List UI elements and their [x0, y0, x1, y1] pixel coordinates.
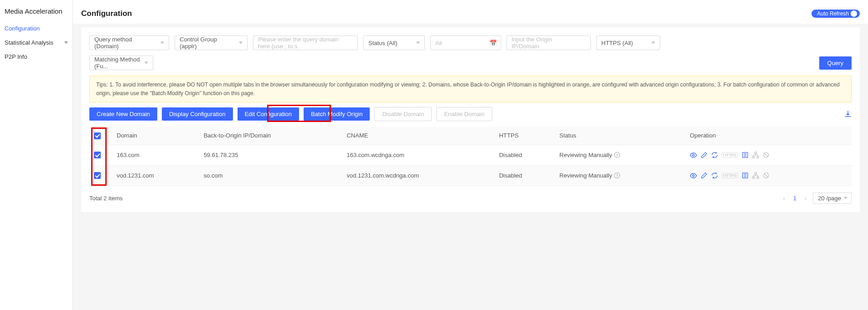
cell-status: Reviewing Manually?: [555, 145, 685, 165]
table-row: 163.com 59.61.78.235 163.com.wcdnga.com …: [89, 145, 852, 165]
svg-rect-2: [754, 152, 756, 154]
https-badge[interactable]: HTTPS: [722, 152, 738, 158]
auto-refresh-label: Auto Refresh: [817, 10, 849, 17]
refresh-icon[interactable]: [711, 172, 718, 179]
tree-icon[interactable]: [752, 152, 759, 158]
select-label: Matching Method (Fu...: [94, 56, 140, 70]
query-method-select[interactable]: Query method (Domain): [89, 36, 169, 50]
page-title: Configuration: [81, 9, 132, 18]
display-configuration-button[interactable]: Display Configuration: [162, 107, 233, 121]
page-number[interactable]: 1: [791, 195, 798, 202]
block-icon[interactable]: [763, 152, 770, 158]
sidebar-title: Media Acceleration: [0, 5, 72, 21]
calendar-icon: 📅: [490, 40, 497, 46]
edit-icon[interactable]: [701, 152, 708, 158]
cell-back-origin: 59.61.78.235: [199, 145, 342, 165]
prev-page-button[interactable]: ‹: [781, 195, 786, 202]
sidebar: Media Acceleration Configuration Statist…: [0, 0, 73, 310]
select-label: Query method (Domain): [94, 36, 156, 50]
cell-back-origin: so.com: [199, 165, 342, 186]
input-placeholder: All: [435, 40, 442, 46]
cell-cname: 163.com.wcdnga.com: [342, 145, 494, 165]
cell-operation: HTTPS: [685, 145, 852, 165]
cell-cname: vod.1231.com.wcdnga.com: [342, 165, 494, 186]
sidebar-item-label: P2P Info: [5, 53, 27, 60]
date-input[interactable]: All📅: [430, 36, 501, 50]
sidebar-item-p2p-info[interactable]: P2P Info: [0, 50, 72, 64]
row-checkbox[interactable]: [94, 152, 101, 158]
filter-panel: Query method (Domain) Control Group (app…: [81, 27, 860, 212]
svg-point-6: [692, 175, 694, 177]
status-text: Reviewing Manually: [559, 152, 612, 158]
svg-rect-10: [757, 177, 759, 179]
col-domain: Domain: [112, 127, 199, 145]
svg-rect-3: [753, 157, 754, 158]
edit-configuration-button[interactable]: Edit Configuration: [238, 107, 299, 121]
block-icon[interactable]: [763, 172, 770, 179]
origin-input[interactable]: Input the Origin IP/Domain: [506, 36, 591, 50]
main-content: Configuration Auto Refresh Query method …: [73, 0, 868, 310]
cell-domain: 163.com: [112, 145, 199, 165]
row-checkbox[interactable]: [94, 172, 101, 179]
query-domain-input[interactable]: Please enter the query domain here (use …: [253, 36, 358, 50]
table-row: vod.1231.com so.com vod.1231.com.wcdnga.…: [89, 165, 852, 186]
page-size-label: 20 /page: [818, 195, 841, 202]
status-text: Reviewing Manually: [559, 172, 612, 179]
query-button[interactable]: Query: [819, 56, 852, 70]
view-icon[interactable]: [690, 152, 697, 159]
svg-point-0: [692, 154, 694, 156]
select-label: HTTPS (All): [601, 40, 633, 46]
cell-operation: HTTPS: [685, 165, 852, 186]
edit-icon[interactable]: [701, 172, 708, 179]
chevron-down-icon: [64, 41, 68, 44]
domain-table: Domain Back-to-Origin IP/Domain CNAME HT…: [89, 127, 852, 186]
control-group-select[interactable]: Control Group (applr): [175, 36, 248, 50]
tips-banner: Tips: 1. To avoid interference, please D…: [89, 76, 852, 102]
total-count: Total 2 items: [89, 195, 123, 202]
sidebar-item-label: Statistical Analysis: [5, 39, 53, 46]
svg-rect-9: [753, 177, 754, 179]
svg-rect-4: [757, 157, 759, 158]
table-header-row: Domain Back-to-Origin IP/Domain CNAME HT…: [89, 127, 852, 145]
cell-status: Reviewing Manually?: [555, 165, 685, 186]
col-status: Status: [555, 127, 685, 145]
col-https: HTTPS: [495, 127, 555, 145]
page-size-select[interactable]: 20 /page: [813, 193, 852, 204]
select-all-checkbox[interactable]: [94, 132, 101, 139]
action-row: Create New Domain Display Configuration …: [89, 107, 852, 121]
enable-domain-button[interactable]: Enable Domain: [436, 107, 492, 121]
list-icon[interactable]: [742, 152, 749, 158]
toggle-knob-icon: [851, 10, 857, 17]
next-page-button[interactable]: ›: [803, 195, 808, 202]
list-icon[interactable]: [742, 172, 749, 179]
batch-modify-origin-button[interactable]: Batch Modify Origin: [304, 107, 370, 121]
table-footer: Total 2 items ‹ 1 › 20 /page: [89, 186, 852, 204]
create-new-domain-button[interactable]: Create New Domain: [89, 107, 157, 121]
select-label: Control Group (applr): [180, 36, 234, 50]
https-select[interactable]: HTTPS (All): [596, 36, 660, 50]
status-select[interactable]: Status (All): [363, 36, 425, 50]
sidebar-item-statistical-analysis[interactable]: Statistical Analysis: [0, 36, 72, 50]
help-icon[interactable]: ?: [614, 173, 620, 178]
help-icon[interactable]: ?: [614, 152, 620, 158]
svg-rect-8: [754, 173, 756, 174]
download-icon[interactable]: [844, 111, 852, 118]
cell-domain: vod.1231.com: [112, 165, 199, 186]
col-operation: Operation: [685, 127, 852, 145]
page-header: Configuration Auto Refresh: [73, 4, 868, 24]
cell-https: Disabled: [495, 165, 555, 186]
pagination: ‹ 1 › 20 /page: [781, 193, 852, 204]
tree-icon[interactable]: [752, 172, 759, 179]
cell-https: Disabled: [495, 145, 555, 165]
disable-domain-button[interactable]: Disable Domain: [374, 107, 432, 121]
auto-refresh-toggle[interactable]: Auto Refresh: [811, 10, 860, 18]
sidebar-item-configuration[interactable]: Configuration: [0, 21, 72, 36]
refresh-icon[interactable]: [711, 152, 718, 158]
select-label: Status (All): [368, 40, 398, 46]
input-placeholder: Please enter the query domain here (use …: [258, 36, 345, 50]
col-back-origin: Back-to-Origin IP/Domain: [199, 127, 342, 145]
view-icon[interactable]: [690, 172, 697, 179]
https-badge[interactable]: HTTPS: [722, 173, 738, 178]
col-cname: CNAME: [342, 127, 494, 145]
matching-method-select[interactable]: Matching Method (Fu...: [89, 56, 153, 70]
